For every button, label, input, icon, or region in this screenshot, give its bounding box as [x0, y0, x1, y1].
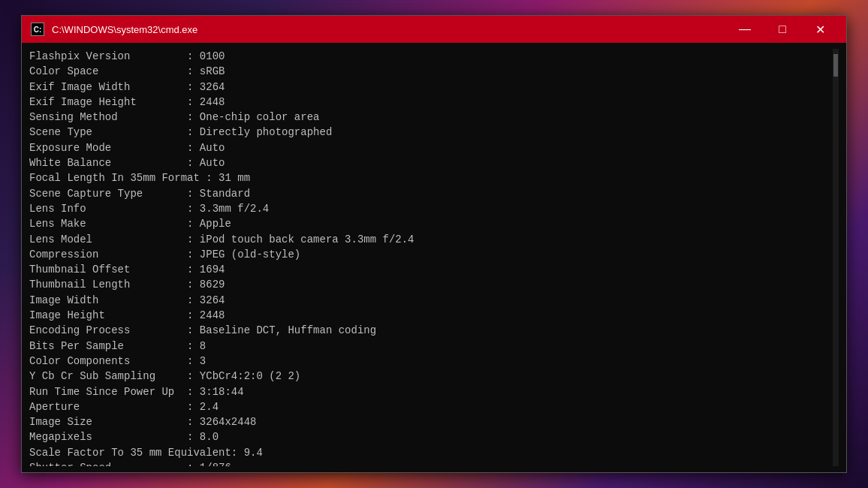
app-icon: C: — [31, 23, 44, 36]
window-controls: — □ ✕ — [728, 18, 837, 41]
terminal-line: Thumbnail Length : 8629 — [29, 277, 833, 292]
terminal-line: White Balance : Auto — [29, 155, 833, 170]
terminal-line: Exposure Mode : Auto — [29, 140, 833, 155]
terminal-line: Aperture : 2.4 — [29, 399, 833, 414]
terminal-line: Flashpix Version : 0100 — [29, 49, 833, 64]
terminal-line: Color Space : sRGB — [29, 64, 833, 79]
scrollbar[interactable] — [833, 49, 839, 466]
terminal-line: Lens Make : Apple — [29, 216, 833, 231]
terminal-line: Exif Image Width : 3264 — [29, 80, 833, 95]
terminal-line: Image Height : 2448 — [29, 308, 833, 323]
title-bar: C: C:\WINDOWS\system32\cmd.exe — □ ✕ — [22, 16, 846, 43]
terminal-line: Megapixels : 8.0 — [29, 429, 833, 444]
terminal-line: Compression : JPEG (old-style) — [29, 247, 833, 262]
terminal-body: Flashpix Version : 0100Color Space : sRG… — [22, 43, 846, 472]
terminal-line: Lens Model : iPod touch back camera 3.3m… — [29, 232, 833, 247]
terminal-line: Thumbnail Offset : 1694 — [29, 262, 833, 277]
terminal-line: Exif Image Height : 2448 — [29, 95, 833, 110]
terminal-line: Y Cb Cr Sub Sampling : YCbCr4:2:0 (2 2) — [29, 369, 833, 384]
terminal-line: Scale Factor To 35 mm Equivalent: 9.4 — [29, 445, 833, 460]
terminal-line: Shutter Speed : 1/876 — [29, 460, 833, 466]
minimize-button[interactable]: — — [728, 18, 762, 41]
window-title: C:\WINDOWS\system32\cmd.exe — [52, 24, 720, 35]
scrollbar-thumb[interactable] — [833, 54, 838, 77]
terminal-line: Image Width : 3264 — [29, 293, 833, 308]
terminal-content: Flashpix Version : 0100Color Space : sRG… — [29, 49, 833, 466]
close-button[interactable]: ✕ — [803, 18, 837, 41]
terminal-line: Encoding Process : Baseline DCT, Huffman… — [29, 323, 833, 338]
maximize-button[interactable]: □ — [765, 18, 800, 41]
terminal-line: Run Time Since Power Up : 3:18:44 — [29, 384, 833, 399]
terminal-line: Scene Capture Type : Standard — [29, 186, 833, 201]
terminal-line: Image Size : 3264x2448 — [29, 414, 833, 429]
terminal-line: Focal Length In 35mm Format : 31 mm — [29, 170, 833, 185]
cmd-window: C: C:\WINDOWS\system32\cmd.exe — □ ✕ Fla… — [21, 15, 847, 473]
terminal-line: Bits Per Sample : 8 — [29, 339, 833, 354]
terminal-line: Color Components : 3 — [29, 354, 833, 369]
terminal-line: Lens Info : 3.3mm f/2.4 — [29, 201, 833, 216]
terminal-line: Scene Type : Directly photographed — [29, 125, 833, 140]
terminal-line: Sensing Method : One-chip color area — [29, 110, 833, 125]
